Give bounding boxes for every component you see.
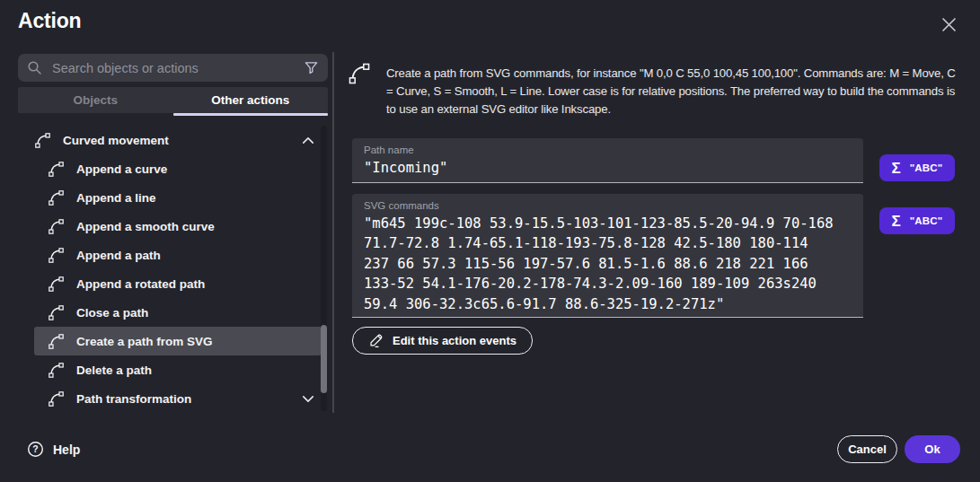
curve-icon xyxy=(48,390,65,408)
curve-icon xyxy=(48,189,65,206)
curve-icon xyxy=(48,362,65,379)
path-name-field[interactable]: Path name "Incoming" xyxy=(352,138,863,183)
abc-label: "ABC" xyxy=(910,162,943,173)
curve-icon xyxy=(48,218,65,235)
svg-commands-value[interactable]: "m645 199c-108 53.9-15.5-103-101-123-85.… xyxy=(364,214,852,314)
curve-icon xyxy=(48,276,65,293)
list-item-label: Path transformation xyxy=(76,392,191,406)
tab-bar: Objects Other actions xyxy=(18,87,328,113)
list-item-label: Append a line xyxy=(76,191,156,205)
search-input[interactable] xyxy=(50,60,304,76)
active-tab-underline xyxy=(173,113,329,116)
list-scrollbar-thumb[interactable] xyxy=(321,325,327,393)
help-label: Help xyxy=(53,443,80,457)
search-icon xyxy=(27,60,42,75)
list-item-curved-movement[interactable]: Curved movement xyxy=(18,126,322,154)
action-description: Create a path from SVG commands, for ins… xyxy=(386,65,961,118)
list-item-append-a-smooth-curve[interactable]: Append a smooth curve xyxy=(18,212,322,241)
list-item-delete-a-path[interactable]: Delete a path xyxy=(18,355,322,384)
cancel-button[interactable]: Cancel xyxy=(837,435,897,463)
pencil-icon xyxy=(368,333,384,348)
expression-editor-button-svg-commands[interactable]: Σ "ABC" xyxy=(879,207,955,234)
action-list: Curved movement Append a curve Append a … xyxy=(18,126,322,413)
curve-icon xyxy=(34,132,51,149)
page-title: Action xyxy=(18,9,81,33)
list-item-label: Create a path from SVG xyxy=(76,335,213,348)
help-link[interactable]: ? Help xyxy=(27,441,80,458)
action-dialog: Action Objects Other actions Curved move… xyxy=(0,0,980,482)
list-item-label: Append a path xyxy=(76,249,161,262)
sigma-icon: Σ xyxy=(891,214,900,229)
list-item-append-a-rotated-path[interactable]: Append a rotated path xyxy=(18,269,322,298)
path-name-value[interactable]: "Incoming" xyxy=(364,158,852,178)
tab-objects-label: Objects xyxy=(73,93,118,107)
close-icon[interactable] xyxy=(938,13,959,35)
list-item-append-a-line[interactable]: Append a line xyxy=(18,183,322,212)
list-item-close-a-path[interactable]: Close a path xyxy=(18,298,322,327)
abc-label: "ABC" xyxy=(910,215,943,226)
list-item-create-a-path-from-svg[interactable]: Create a path from SVG xyxy=(34,327,322,355)
list-item-label: Delete a path xyxy=(76,364,152,377)
list-item-label: Append a curve xyxy=(76,162,167,176)
path-name-label: Path name xyxy=(364,145,852,155)
list-item-label: Curved movement xyxy=(63,134,169,147)
svg-text:?: ? xyxy=(32,444,38,454)
expression-editor-button-path-name[interactable]: Σ "ABC" xyxy=(879,154,955,181)
sigma-icon: Σ xyxy=(891,161,900,176)
help-icon: ? xyxy=(27,441,44,458)
curve-icon xyxy=(48,333,65,350)
edit-action-events-label: Edit this action events xyxy=(393,334,516,347)
curve-icon xyxy=(48,304,65,321)
list-item-path-transformation[interactable]: Path transformation xyxy=(18,384,322,413)
list-item-append-a-path[interactable]: Append a path xyxy=(18,241,322,269)
tab-objects[interactable]: Objects xyxy=(18,87,173,113)
tab-other-actions-label: Other actions xyxy=(211,93,289,107)
svg-commands-field[interactable]: SVG commands "m645 199c-108 53.9-15.5-10… xyxy=(352,194,863,318)
list-item-label: Append a rotated path xyxy=(76,277,205,291)
curve-icon xyxy=(48,247,65,264)
chevron-up-icon[interactable] xyxy=(302,132,314,148)
filter-icon[interactable] xyxy=(304,60,319,75)
tab-other-actions[interactable]: Other actions xyxy=(173,87,329,113)
chevron-down-icon[interactable] xyxy=(302,390,314,407)
list-item-append-a-curve[interactable]: Append a curve xyxy=(18,154,322,183)
list-item-label: Append a smooth curve xyxy=(76,220,215,233)
search-box[interactable] xyxy=(18,54,328,82)
svg-commands-label: SVG commands xyxy=(364,200,852,211)
curve-icon xyxy=(48,161,65,178)
list-item-label: Close a path xyxy=(76,306,148,320)
edit-action-events-button[interactable]: Edit this action events xyxy=(352,327,533,355)
panel-divider xyxy=(332,52,334,413)
curve-icon xyxy=(348,62,371,85)
ok-button[interactable]: Ok xyxy=(905,435,960,463)
